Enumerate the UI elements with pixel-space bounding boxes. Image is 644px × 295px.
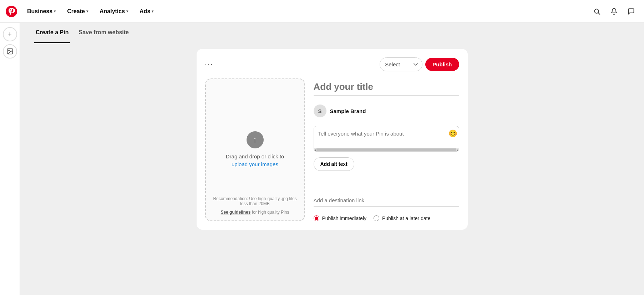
svg-point-4 (8, 50, 9, 51)
business-label: Business (27, 8, 52, 15)
more-options-icon[interactable]: ··· (205, 61, 214, 68)
create-chevron: ▾ (86, 9, 88, 13)
business-chevron: ▾ (54, 9, 56, 13)
board-selector[interactable]: S Sample Brand (314, 102, 366, 120)
guidelines-link[interactable]: See guidelines (220, 210, 250, 215)
ads-chevron: ▾ (152, 9, 153, 13)
create-pin-card: ··· Select Publish ↑ (197, 49, 468, 230)
card-body: ↑ Drag and drop or click to upload your … (205, 78, 459, 221)
create-label: Create (67, 8, 85, 15)
main-content: Create a Pin Save from website ··· Selec… (20, 23, 644, 295)
upload-arrow-icon: ↑ (253, 135, 257, 144)
search-button[interactable] (590, 4, 604, 19)
page-layout: + Create a Pin Save from website ··· (0, 23, 644, 295)
publish-options: Publish immediately Publish at a later d… (314, 213, 459, 221)
analytics-menu[interactable]: Analytics ▾ (95, 5, 132, 17)
alt-text-button[interactable]: Add alt text (314, 157, 354, 171)
search-icon (593, 8, 600, 15)
scroll-left-icon[interactable]: ◂ (314, 148, 316, 152)
card-top-right: Select Publish (380, 57, 459, 71)
tab-create-pin[interactable]: Create a Pin (34, 23, 70, 43)
publish-immediately-label[interactable]: Publish immediately (314, 215, 367, 221)
publish-later-text: Publish at a later date (382, 215, 430, 221)
publish-button[interactable]: Publish (425, 58, 459, 71)
guidelines-text: for high quality Pins (252, 210, 289, 215)
tab-save-label: Save from website (78, 29, 129, 35)
publish-later-radio[interactable] (374, 215, 379, 221)
add-button[interactable]: + (3, 27, 17, 41)
left-sidebar: + (0, 23, 20, 295)
analytics-chevron: ▾ (126, 9, 128, 13)
ads-label: Ads (140, 8, 150, 15)
topnav-right (590, 4, 638, 19)
board-avatar: S (314, 105, 326, 117)
card-top-row: ··· Select Publish (205, 57, 459, 71)
board-select-dropdown[interactable]: Select (380, 57, 422, 71)
top-nav: Business ▾ Create ▾ Analytics ▾ Ads ▾ (0, 0, 644, 23)
upload-guidelines: See guidelines for high quality Pins (206, 210, 304, 215)
form-spacer (314, 177, 459, 189)
tab-create-pin-label: Create a Pin (36, 29, 69, 35)
upload-link[interactable]: upload your images (232, 161, 278, 167)
create-menu[interactable]: Create ▾ (63, 5, 92, 17)
message-icon (628, 8, 635, 15)
pinterest-logo[interactable] (6, 6, 17, 17)
destination-link-input[interactable] (314, 194, 459, 207)
upload-text: Drag and drop or click to upload your im… (226, 153, 284, 169)
tab-save-from-website[interactable]: Save from website (77, 23, 130, 43)
upload-icon-circle: ↑ (247, 131, 264, 148)
business-menu[interactable]: Business ▾ (23, 5, 60, 17)
messages-button[interactable] (624, 4, 638, 19)
bell-icon (610, 8, 618, 15)
image-button[interactable] (3, 44, 17, 59)
upload-recommendation: Recommendation: Use high-quality .jpg fi… (206, 196, 304, 206)
emoji-button[interactable]: 😊 (448, 129, 457, 138)
scroll-right-icon[interactable]: ▸ (457, 148, 459, 152)
description-input[interactable] (314, 126, 459, 147)
publish-later-label[interactable]: Publish at a later date (374, 215, 430, 221)
upload-area[interactable]: ↑ Drag and drop or click to upload your … (205, 78, 305, 221)
publish-immediately-radio[interactable] (314, 215, 319, 221)
board-name: Sample Brand (330, 108, 366, 114)
pin-form: S Sample Brand 😊 ◂ ▸ (314, 78, 459, 221)
svg-line-2 (598, 12, 600, 14)
description-wrapper: 😊 ◂ ▸ (314, 126, 459, 152)
ads-menu[interactable]: Ads ▾ (135, 5, 158, 17)
analytics-label: Analytics (100, 8, 125, 15)
description-scrollbar: ◂ ▸ (314, 148, 459, 151)
scrollbar-track (316, 148, 456, 151)
image-icon (6, 48, 14, 55)
notifications-button[interactable] (607, 4, 621, 19)
plus-icon: + (8, 31, 12, 38)
title-input[interactable] (314, 78, 459, 96)
page-tabs: Create a Pin Save from website (34, 23, 630, 43)
publish-immediately-text: Publish immediately (322, 215, 367, 221)
